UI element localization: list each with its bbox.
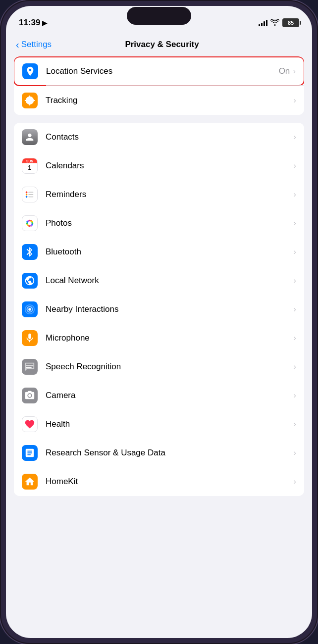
- location-arrow-icon: ▶: [42, 19, 47, 27]
- reminders-chevron: ›: [293, 190, 296, 199]
- list-item-local-network[interactable]: Local Network ›: [14, 266, 304, 295]
- list-item-camera[interactable]: Camera ›: [14, 381, 304, 410]
- svg-text:1: 1: [28, 164, 32, 171]
- svg-text:SUN: SUN: [26, 159, 33, 163]
- homekit-icon: [22, 474, 38, 490]
- homekit-label: HomeKit: [46, 477, 293, 487]
- list-item-nearby-interactions[interactable]: Nearby Interactions ›: [14, 295, 304, 324]
- list-item-calendars[interactable]: SUN 1 Calendars ›: [14, 151, 304, 180]
- svg-rect-9: [28, 194, 33, 195]
- reminders-icon: [22, 187, 38, 202]
- camera-label: Camera: [46, 391, 293, 400]
- calendars-icon: SUN 1: [22, 158, 38, 174]
- page-title: Privacy & Security: [22, 40, 302, 50]
- microphone-label: Microphone: [46, 333, 293, 343]
- list-item-contacts[interactable]: Contacts ›: [14, 123, 304, 151]
- list-item-bluetooth[interactable]: Bluetooth ›: [14, 238, 304, 266]
- svg-point-6: [26, 194, 28, 196]
- nearby-interactions-chevron: ›: [293, 304, 296, 314]
- location-services-label: Location Services: [46, 66, 279, 76]
- health-icon: [22, 416, 38, 432]
- svg-rect-10: [28, 197, 33, 198]
- health-chevron: ›: [293, 419, 296, 429]
- research-sensor-icon: [22, 445, 38, 461]
- speech-recognition-label: Speech Recognition: [46, 362, 293, 372]
- list-item-research-sensor[interactable]: Research Sensor & Usage Data ›: [14, 439, 304, 467]
- list-item-speech-recognition[interactable]: Speech Recognition ›: [14, 352, 304, 381]
- speech-recognition-icon: [22, 359, 38, 375]
- location-services-icon: [22, 63, 38, 79]
- bluetooth-icon: [22, 244, 38, 260]
- tracking-label: Tracking: [46, 96, 293, 105]
- list-item-reminders[interactable]: Reminders ›: [14, 180, 304, 209]
- phone-frame: 11:39 ▶: [0, 0, 318, 644]
- nearby-interactions-icon: [22, 301, 38, 317]
- contacts-label: Contacts: [46, 132, 293, 142]
- photos-icon: [22, 215, 38, 231]
- back-chevron-icon: ‹: [16, 40, 19, 50]
- list-item-tracking[interactable]: Tracking ›: [14, 86, 304, 115]
- list-item-homekit[interactable]: HomeKit ›: [14, 467, 304, 496]
- microphone-chevron: ›: [293, 333, 296, 343]
- signal-icon: [259, 19, 267, 26]
- svg-point-23: [28, 221, 31, 225]
- svg-point-24: [28, 308, 31, 311]
- phone-screen: 11:39 ▶: [6, 6, 312, 638]
- battery-icon: 85: [282, 18, 299, 27]
- microphone-icon: [22, 330, 38, 346]
- calendars-label: Calendars: [46, 161, 293, 171]
- list-item-microphone[interactable]: Microphone ›: [14, 324, 304, 352]
- location-services-chevron: ›: [293, 66, 296, 76]
- svg-point-5: [26, 192, 28, 194]
- tracking-icon: [22, 93, 38, 108]
- nav-header: ‹ Settings Privacy & Security: [6, 33, 312, 56]
- calendars-chevron: ›: [293, 161, 296, 171]
- wifi-icon: [270, 19, 279, 27]
- photos-label: Photos: [46, 218, 293, 228]
- contacts-icon: [22, 129, 38, 145]
- research-sensor-label: Research Sensor & Usage Data: [46, 448, 293, 458]
- bluetooth-label: Bluetooth: [46, 247, 293, 257]
- battery-level: 85: [288, 20, 294, 26]
- location-services-value: On: [279, 66, 290, 76]
- nearby-interactions-label: Nearby Interactions: [46, 304, 293, 314]
- bluetooth-chevron: ›: [293, 247, 296, 257]
- tracking-chevron: ›: [293, 96, 296, 105]
- list-item-health[interactable]: Health ›: [14, 410, 304, 439]
- svg-rect-8: [28, 192, 33, 193]
- list-item-photos[interactable]: Photos ›: [14, 209, 304, 238]
- time-display: 11:39: [19, 18, 40, 28]
- svg-point-7: [26, 196, 28, 198]
- local-network-label: Local Network: [46, 276, 293, 286]
- research-sensor-chevron: ›: [293, 448, 296, 458]
- camera-chevron: ›: [293, 391, 296, 400]
- contacts-chevron: ›: [293, 132, 296, 142]
- list-item-location-services[interactable]: Location Services On ›: [14, 56, 304, 86]
- status-time: 11:39 ▶: [19, 18, 47, 28]
- camera-icon: [22, 388, 38, 403]
- health-label: Health: [46, 419, 293, 429]
- homekit-chevron: ›: [293, 477, 296, 487]
- reminders-label: Reminders: [46, 190, 293, 199]
- status-right: 85: [259, 18, 299, 27]
- speech-recognition-chevron: ›: [293, 362, 296, 372]
- dynamic-island: [127, 7, 191, 25]
- photos-chevron: ›: [293, 218, 296, 228]
- local-network-chevron: ›: [293, 276, 296, 286]
- scroll-content: Location Services On › Tracking ›: [6, 56, 312, 638]
- section-permissions: Contacts › SUN 1 Calendars: [14, 123, 304, 496]
- local-network-icon: [22, 273, 38, 289]
- section-location: Location Services On › Tracking ›: [14, 56, 304, 115]
